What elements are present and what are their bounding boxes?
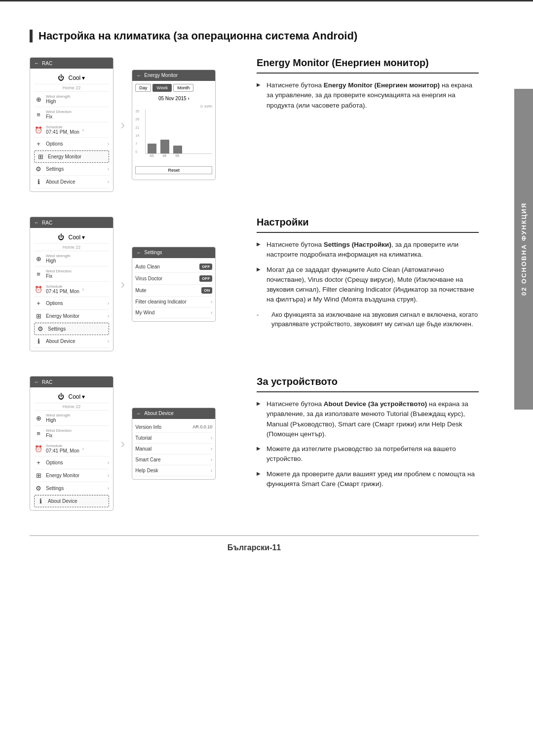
smart-care-item[interactable]: Smart Care ›	[135, 454, 212, 465]
help-desk-arrow: ›	[211, 468, 212, 473]
schedule-item: ⏰ Schedule 07:41 PM, Mon ›	[34, 122, 109, 138]
energy-bullet-1: Натиснете бутона Energy Monitor (Енергие…	[257, 80, 479, 111]
phone-rac-settings: ← RAC ⏻ Cool ▾ Home 22 ⊕ Wind strength H…	[30, 217, 114, 351]
right-content-energy: Energy Monitor (Енергиен монитор) Натисн…	[247, 57, 479, 115]
energy-monitor-arrow-2: ›	[108, 313, 109, 319]
tab-day[interactable]: Day	[135, 84, 151, 92]
settings-label-1: Settings	[46, 166, 105, 172]
version-info-value: AR.0.0.10	[192, 424, 212, 429]
footer-label: Български-11	[228, 543, 281, 552]
options-label-2: Options	[46, 301, 105, 306]
schedule-icon: ⏰	[34, 126, 43, 134]
cool-label-2: Cool ▾	[68, 234, 85, 241]
options-icon: +	[34, 140, 43, 148]
schedule-sublabel-3: Schedule	[46, 444, 79, 448]
about-bullet-3: Можете да проверите дали вашият уред им …	[257, 469, 479, 490]
wind-strength-item: ⊕ Wind strength High	[34, 92, 109, 107]
my-wind-label: My Wind	[135, 310, 211, 315]
energy-monitor-label: Energy Monitor	[48, 154, 107, 159]
schedule-sublabel-2: Schedule	[46, 284, 79, 289]
tab-month[interactable]: Month	[173, 84, 193, 92]
energy-kwh-label: ⊙ kWh	[135, 104, 212, 109]
about-item-hl[interactable]: ℹ About Device	[34, 495, 109, 507]
energy-monitor-section-title: Energy Monitor (Енергиен монитор)	[257, 57, 479, 74]
manual-item[interactable]: Manual ›	[135, 444, 212, 454]
footer: Български-11	[30, 535, 479, 552]
wind-direction-label-3: Fix	[46, 433, 72, 438]
phones-settings: ← RAC ⏻ Cool ▾ Home 22 ⊕ Wind strength H…	[30, 217, 237, 351]
options-label-3: Options	[46, 460, 105, 465]
energy-screen: Day Week Month 05 Nov 2015 › ⊙ kWh 35 28…	[132, 81, 215, 180]
settings-item-hl[interactable]: ⚙ Settings	[34, 323, 109, 335]
x-label-04: 04	[160, 154, 169, 157]
about-item-1: ℹ About Device ›	[34, 176, 109, 189]
rac-power-row-2: ⏻ Cool ▾	[34, 231, 109, 244]
tab-week[interactable]: Week	[152, 84, 172, 92]
wind-direction-label-2: Fix	[46, 273, 72, 279]
energy-monitor-item[interactable]: ⊞ Energy Monitor	[34, 151, 109, 163]
phones-about: ← RAC ⏻ Cool ▾ Home 22 ⊕ Wind strength H…	[30, 376, 237, 511]
settings-bullets: Натиснете бутона Settings (Настройки), з…	[257, 240, 479, 329]
phone-rac-energy-body: ⏻ Cool ▾ Home 22 ⊕ Wind strength High ≡	[30, 69, 113, 191]
about-label-1: About Device	[46, 179, 105, 185]
phone-rac-about: ← RAC ⏻ Cool ▾ Home 22 ⊕ Wind strength H…	[30, 376, 114, 511]
mute-label: Mute	[135, 288, 201, 293]
side-tab: 02 ОСНОВНА ФУНКЦИЯ	[514, 89, 533, 410]
bar-05-rect	[173, 146, 182, 153]
y-label-35: 35	[135, 110, 139, 113]
settings-bullet-3: Ако функцията за изключване на звуковия …	[257, 310, 479, 329]
section-header: Настройка на климатика (за операционна с…	[30, 30, 479, 42]
wind-direction-sublabel-2: Wind Direction	[46, 269, 72, 273]
phones-energy-monitor: ← RAC ⏻ Cool ▾ Home 22 ⊕ Wind strength H…	[30, 57, 237, 192]
wind-strength-item-3: ⊕ Wind strength High	[34, 411, 109, 426]
auto-clean-item: Auto Clean OFF	[135, 261, 212, 273]
back-arrow-settings: ←	[34, 220, 39, 226]
smart-care-arrow: ›	[211, 457, 212, 462]
settings-bullet-1: Натиснете бутона Settings (Настройки), з…	[257, 240, 479, 260]
phone-rac-about-title: RAC	[42, 379, 52, 385]
help-desk-item[interactable]: Help Desk ›	[135, 465, 212, 476]
reset-button[interactable]: Reset	[135, 166, 212, 174]
settings-label-3: Settings	[46, 486, 105, 491]
rac-power-row: ⏻ Cool ▾	[34, 72, 109, 84]
mute-toggle[interactable]: ON	[201, 287, 212, 294]
wind-direction-label: Fix	[46, 114, 72, 119]
settings-bullet-2: Могат да се зададат функциите Auto Clean…	[257, 265, 479, 305]
y-label-28: 28	[135, 117, 139, 121]
phone-energy-title: Energy Monitor	[144, 73, 178, 78]
energy-monitor-item-3: ⊞ Energy Monitor ›	[34, 469, 109, 482]
settings-icon-1: ⚙	[34, 165, 43, 173]
phone-settings-screen: ← Settings Auto Clean OFF Virus Doctor O…	[132, 247, 216, 322]
manual-arrow: ›	[211, 446, 212, 452]
energy-tabs: Day Week Month	[135, 84, 212, 92]
auto-clean-toggle[interactable]: OFF	[199, 264, 212, 270]
tutorial-label: Tutorial	[135, 435, 211, 441]
schedule-label-3: 07:41 PM, Mon	[46, 448, 79, 454]
settings-section-title: Настройки	[257, 217, 479, 233]
right-content-settings: Настройки Натиснете бутона Settings (Нас…	[247, 217, 479, 334]
virus-doctor-label: Virus Doctor	[135, 276, 199, 281]
phone-rac-about-body: ⏻ Cool ▾ Home 22 ⊕ Wind strength High ≡	[30, 387, 113, 510]
phone-rac-about-header: ← RAC	[30, 377, 113, 387]
main-title: Настройка на климатика (за операционна с…	[38, 30, 479, 42]
options-icon-2: +	[34, 300, 43, 307]
wind-strength-icon-3: ⊕	[34, 415, 43, 422]
energy-monitor-icon-2: ⊞	[34, 312, 43, 320]
x-axis: 03 04 05	[145, 154, 212, 157]
about-icon-2: ℹ	[34, 338, 43, 345]
energy-date: 05 Nov 2015 ›	[135, 96, 212, 101]
energy-monitor-label-3: Energy Monitor	[46, 473, 105, 478]
power-icon-2: ⏻	[58, 233, 64, 241]
manual-label: Manual	[135, 446, 211, 452]
section-settings: ← RAC ⏻ Cool ▾ Home 22 ⊕ Wind strength H…	[30, 217, 479, 351]
energy-chart-container: 35 28 21 14 7 0	[135, 110, 212, 164]
wind-strength-item-2: ⊕ Wind strength High	[34, 251, 109, 266]
about-label-hl: About Device	[48, 498, 107, 504]
phone-energy-header: ← Energy Monitor	[132, 70, 215, 81]
virus-doctor-toggle[interactable]: OFF	[199, 275, 212, 282]
back-arrow-settings-screen: ←	[136, 250, 142, 256]
phone-about-title: About Device	[144, 411, 173, 416]
bar-05	[173, 146, 182, 153]
schedule-arrow-3: ›	[82, 446, 84, 452]
tutorial-item[interactable]: Tutorial ›	[135, 433, 212, 444]
